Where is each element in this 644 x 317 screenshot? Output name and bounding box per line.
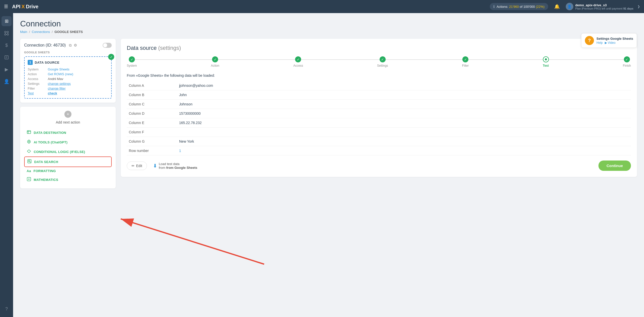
ai-tools-icon — [27, 139, 31, 145]
conditional-logic-icon — [27, 149, 31, 154]
step-action-circle: ✓ — [212, 56, 218, 62]
action-data-search[interactable]: DATA SEARCH — [24, 156, 112, 167]
action-data-destination[interactable]: DATA DESTINATION — [24, 128, 112, 137]
action-bar-left: ✏ Edit ⬇ Load test data from from Google… — [127, 162, 197, 170]
ds-action-row: Action Get ROWS (new) — [28, 72, 108, 76]
logo-api: API — [12, 4, 20, 10]
ds-check-icon: ✓ — [108, 54, 114, 60]
data-intro: From «Google Sheets» the following data … — [127, 73, 631, 77]
step-access-circle: ✓ — [295, 56, 301, 62]
sidebar-item-media[interactable]: ▶ — [2, 64, 12, 74]
step-finish: ✓ Finish — [623, 56, 631, 67]
table-col-value: 15730000000 — [177, 109, 631, 118]
table-col-value: John — [177, 90, 631, 100]
table-col-value — [177, 128, 631, 137]
edit-icon: ✏ — [132, 164, 135, 168]
sidebar-item-tasks[interactable] — [2, 52, 12, 62]
formatting-icon: Aa — [27, 169, 31, 173]
actions-counter: ℹ Actions: 21'960 of 100'000 (22%) — [490, 3, 548, 10]
svg-point-0 — [5, 31, 6, 33]
step-system-circle: ✓ — [129, 56, 135, 62]
connection-card: Connection (ID: 46730) ⧉ ⚙ GOOGLE SHEETS… — [20, 39, 116, 103]
help-links: Help ▶ ▶ Video Video — [596, 41, 633, 45]
left-panel: Connection (ID: 46730) ⧉ ⚙ GOOGLE SHEETS… — [20, 39, 116, 188]
data-source-settings-title: Data source (settings) — [127, 45, 631, 51]
table-col-label: Column E — [127, 118, 177, 128]
user-info: demo_apix-drive_s3 Plan |Premium PRO| le… — [575, 3, 633, 10]
table-col-value: Johnson — [177, 100, 631, 109]
breadcrumb-current: GOOGLE SHEETS — [55, 30, 83, 34]
step-action: ✓ Action — [211, 56, 219, 67]
user-menu[interactable]: 👤 demo_apix-drive_s3 Plan |Premium PRO| … — [566, 3, 640, 10]
help-link[interactable]: Help — [596, 41, 603, 45]
step-test[interactable]: Test — [543, 56, 549, 67]
help-box: ? Settings Google Sheets Help ▶ ▶ Video … — [581, 33, 637, 48]
step-test-circle — [543, 56, 549, 62]
svg-point-15 — [28, 141, 30, 142]
action-formatting[interactable]: Aa FORMATTING — [24, 167, 112, 175]
data-source-box: ✓ 1 DATA SOURCE System Google Sheets Act — [24, 56, 112, 99]
right-panel: Data source (settings) ✓ System ✓ Action — [121, 39, 637, 177]
ds-system-row: System Google Sheets — [28, 67, 108, 71]
step-settings: ✓ Settings — [377, 56, 388, 67]
copy-icon[interactable]: ⧉ — [69, 43, 72, 47]
table-col-label: Column C — [127, 100, 177, 109]
video-icon: ▶ — [605, 41, 607, 45]
help-text: Settings Google Sheets Help ▶ ▶ Video Vi… — [596, 37, 633, 45]
main-layout: ⊞ $ ▶ 👤 ? Connection Main / Connections … — [0, 13, 644, 317]
connection-card-header: Connection (ID: 46730) ⧉ ⚙ — [24, 43, 112, 48]
table-col-label: Column G — [127, 137, 177, 146]
step-filter-circle: ✓ — [462, 56, 468, 62]
svg-rect-11 — [27, 131, 31, 134]
table-col-value: 1 — [177, 146, 631, 155]
add-action-button[interactable]: + — [64, 111, 71, 118]
hamburger-menu[interactable]: ☰ — [4, 4, 8, 9]
step-finish-circle: ✓ — [624, 56, 630, 62]
table-row: Row number1 — [127, 146, 631, 155]
help-icon: ? — [585, 36, 594, 45]
add-action-title: Add next action — [24, 120, 112, 124]
svg-rect-8 — [5, 56, 8, 59]
mathematics-icon — [27, 177, 31, 182]
connection-toggle[interactable] — [103, 43, 112, 48]
actions-text: Actions: 21'960 of 100'000 (22%) — [497, 5, 545, 9]
progress-steps: ✓ System ✓ Action ✓ Access ✓ — [127, 56, 631, 67]
two-column-layout: Connection (ID: 46730) ⧉ ⚙ GOOGLE SHEETS… — [20, 39, 637, 188]
action-mathematics[interactable]: MATHEMATICS — [24, 175, 112, 184]
sidebar-item-billing[interactable]: $ — [2, 40, 12, 50]
connection-label: GOOGLE SHEETS — [24, 51, 112, 54]
ds-number: 1 — [28, 60, 33, 65]
data-source-settings-panel: Data source (settings) ✓ System ✓ Action — [121, 39, 637, 177]
continue-button[interactable]: Continue — [598, 161, 631, 171]
ds-box-header: 1 DATA SOURCE — [28, 60, 108, 65]
table-col-label: Column A — [127, 81, 177, 90]
video-link[interactable]: ▶ ▶ Video Video — [605, 41, 616, 45]
breadcrumb-connections[interactable]: Connections — [32, 30, 50, 34]
svg-point-19 — [28, 160, 30, 162]
table-col-value: New York — [177, 137, 631, 146]
action-conditional-logic[interactable]: CONDITIONAL LOGIC (IF/ELSE) — [24, 147, 112, 156]
settings-icon[interactable]: ⚙ — [74, 43, 77, 47]
help-title: Settings Google Sheets — [596, 37, 633, 41]
info-icon: ℹ — [493, 5, 495, 9]
action-ai-tools[interactable]: AI TOOLS (ChatGPT) — [24, 137, 112, 147]
breadcrumb-main[interactable]: Main — [20, 30, 27, 34]
data-search-icon — [27, 159, 32, 165]
sidebar-item-help[interactable]: ? — [2, 304, 12, 314]
step-access: ✓ Access — [293, 56, 303, 67]
notification-bell[interactable]: 🔔 — [554, 4, 560, 9]
svg-point-2 — [5, 34, 6, 35]
table-row: Column GNew York — [127, 137, 631, 146]
user-name: demo_apix-drive_s3 — [575, 3, 633, 7]
svg-point-1 — [7, 31, 9, 33]
table-col-label: Row number — [127, 146, 177, 155]
sidebar-item-dashboard[interactable]: ⊞ — [2, 16, 12, 26]
step-settings-circle: ✓ — [380, 56, 386, 62]
sidebar-item-account[interactable]: 👤 — [2, 76, 12, 87]
ds-title: DATA SOURCE — [35, 61, 59, 64]
edit-button[interactable]: ✏ Edit — [127, 162, 147, 170]
load-test-data-button[interactable]: ⬇ Load test data from from Google Sheets — [153, 162, 197, 170]
sidebar-item-connections[interactable] — [2, 28, 12, 38]
action-bar: ✏ Edit ⬇ Load test data from from Google… — [127, 161, 631, 171]
page-title: Connection — [20, 19, 637, 28]
